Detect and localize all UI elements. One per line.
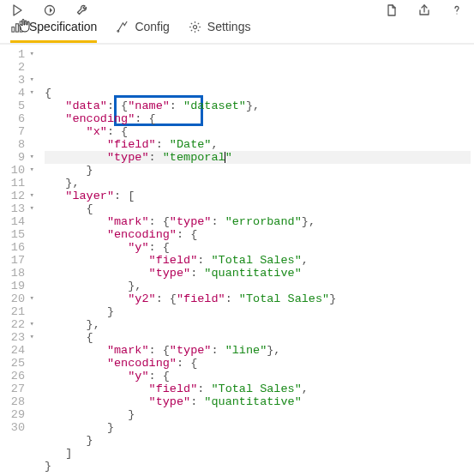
code-line[interactable]: "type": "quantitative" — [45, 395, 471, 408]
wrench-icon[interactable] — [74, 2, 91, 19]
code-line[interactable]: { — [45, 331, 471, 344]
line-number: 19 — [0, 280, 34, 292]
code-line[interactable]: }, — [45, 280, 471, 292]
code-line[interactable]: "layer": [ — [45, 190, 471, 202]
tab-label: Config — [135, 20, 169, 33]
svg-rect-5 — [16, 23, 19, 31]
code-line[interactable]: { — [45, 87, 471, 99]
svg-rect-4 — [12, 27, 15, 32]
line-number: 27 — [0, 383, 34, 395]
tab-strip: Specification Config Settings — [0, 20, 474, 44]
help-icon[interactable] — [448, 2, 465, 19]
code-line[interactable]: { — [45, 202, 471, 215]
code-line[interactable]: } — [45, 164, 471, 177]
tab-config[interactable]: Config — [116, 20, 169, 43]
code-line[interactable]: }, — [45, 318, 471, 331]
line-number: 3▾ — [0, 74, 34, 87]
svg-marker-0 — [14, 5, 21, 15]
line-number: 7 — [0, 125, 34, 138]
code-line[interactable]: }, — [45, 177, 471, 190]
code-line[interactable]: } — [45, 305, 471, 318]
line-number: 16 — [0, 241, 34, 254]
svg-point-3 — [456, 13, 457, 14]
code-line[interactable]: "type": "quantitative" — [45, 267, 471, 280]
line-number: 18 — [0, 267, 34, 280]
line-number: 25 — [0, 357, 34, 370]
code-line[interactable]: "encoding": { — [45, 357, 471, 370]
line-number: 26 — [0, 370, 34, 383]
line-number: 21 — [0, 305, 34, 318]
line-number: 11 — [0, 177, 34, 190]
refresh-icon[interactable] — [41, 2, 58, 19]
code-line[interactable]: "encoding": { — [45, 228, 471, 241]
share-icon[interactable] — [416, 2, 433, 19]
line-number: 28 — [0, 395, 34, 408]
code-editor[interactable]: 1▾23▾4▾56789▾10▾1112▾13▾14151617181920▾2… — [0, 44, 474, 476]
line-number: 15 — [0, 228, 34, 241]
code-area[interactable]: { "data": {"name": "dataset"}, "encoding… — [39, 45, 474, 476]
code-line[interactable]: "field": "Date", — [45, 138, 471, 151]
line-number: 12▾ — [0, 190, 34, 202]
line-number: 8 — [0, 138, 34, 151]
tab-label: Specification — [29, 20, 97, 33]
new-file-icon[interactable] — [383, 2, 400, 19]
svg-marker-2 — [50, 8, 52, 13]
line-number: 10▾ — [0, 164, 34, 177]
line-number: 2 — [0, 61, 34, 74]
line-number: 23▾ — [0, 331, 34, 344]
line-number: 17 — [0, 254, 34, 267]
code-line[interactable]: "x": { — [45, 125, 471, 138]
code-line[interactable]: "y": { — [45, 241, 471, 254]
code-line[interactable]: } — [45, 421, 471, 434]
code-line[interactable]: ] — [45, 447, 471, 460]
line-number: 14 — [0, 215, 34, 228]
line-number: 22▾ — [0, 318, 34, 331]
code-line[interactable]: "mark": {"type": "errorband"}, — [45, 215, 471, 228]
code-line[interactable]: } — [45, 408, 471, 421]
line-number: 29 — [0, 408, 34, 421]
line-number: 20▾ — [0, 292, 34, 305]
svg-point-8 — [193, 25, 196, 28]
tab-specification[interactable]: Specification — [10, 20, 97, 43]
code-line[interactable]: "y2": {"field": "Total Sales"} — [45, 292, 471, 305]
code-line[interactable]: "encoding": { — [45, 112, 471, 125]
code-line[interactable]: } — [45, 460, 471, 473]
code-line[interactable]: "field": "Total Sales", — [45, 254, 471, 267]
line-number: 24 — [0, 344, 34, 357]
svg-rect-6 — [20, 21, 22, 31]
toolbar — [0, 0, 474, 20]
line-gutter: 1▾23▾4▾56789▾10▾1112▾13▾14151617181920▾2… — [0, 45, 39, 476]
tab-settings[interactable]: Settings — [189, 20, 251, 43]
code-line[interactable]: "data": {"name": "dataset"}, — [45, 99, 471, 112]
line-number: 30 — [0, 421, 34, 434]
line-number: 4▾ — [0, 87, 34, 99]
code-line[interactable]: "type": "temporal" — [45, 151, 471, 164]
code-line[interactable]: "y": { — [45, 370, 471, 383]
run-icon[interactable] — [9, 2, 26, 19]
code-line[interactable]: "mark": {"type": "line"}, — [45, 344, 471, 357]
line-number: 5 — [0, 99, 34, 112]
line-number: 6 — [0, 112, 34, 125]
line-number: 1▾ — [0, 48, 34, 61]
code-line[interactable]: } — [45, 434, 471, 447]
line-number: 9▾ — [0, 151, 34, 164]
line-number: 13▾ — [0, 202, 34, 215]
tab-label: Settings — [207, 20, 251, 33]
code-line[interactable]: "field": "Total Sales", — [45, 383, 471, 395]
